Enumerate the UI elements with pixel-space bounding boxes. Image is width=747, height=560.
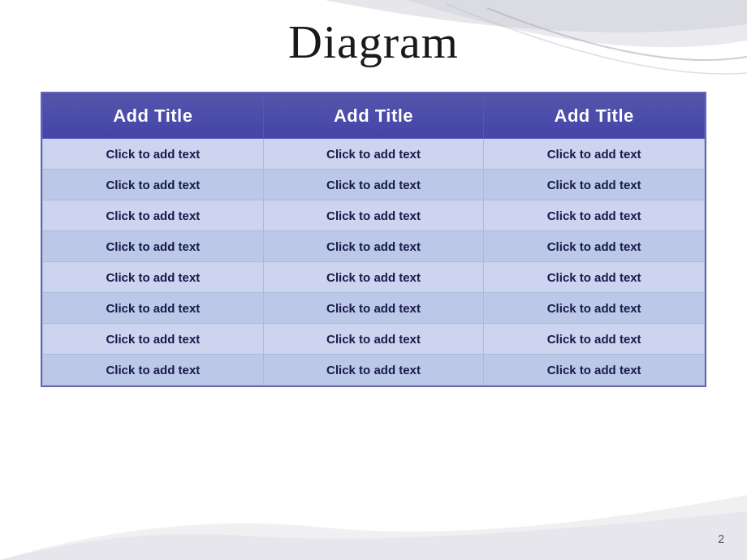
cell-0-1[interactable]: Click to add text bbox=[263, 139, 484, 170]
cell-3-2[interactable]: Click to add text bbox=[484, 231, 705, 262]
cell-6-1[interactable]: Click to add text bbox=[263, 324, 484, 355]
page-number: 2 bbox=[718, 532, 724, 545]
table-container: Add Title Add Title Add Title Click to a… bbox=[41, 92, 706, 387]
slide-title: Diagram bbox=[288, 15, 459, 69]
cell-5-2[interactable]: Click to add text bbox=[484, 293, 705, 324]
cell-4-2[interactable]: Click to add text bbox=[484, 262, 705, 293]
cell-7-2[interactable]: Click to add text bbox=[484, 355, 705, 386]
cell-1-1[interactable]: Click to add text bbox=[263, 170, 484, 200]
cell-5-1[interactable]: Click to add text bbox=[263, 293, 484, 324]
cell-2-1[interactable]: Click to add text bbox=[263, 200, 484, 231]
table-row: Click to add textClick to add textClick … bbox=[43, 293, 705, 324]
table-row: Click to add textClick to add textClick … bbox=[43, 170, 705, 200]
slide: Diagram Add Title Add Title Add Title Cl… bbox=[0, 0, 747, 560]
data-table: Add Title Add Title Add Title Click to a… bbox=[42, 93, 705, 386]
bg-decoration-bottom bbox=[0, 463, 747, 560]
cell-2-2[interactable]: Click to add text bbox=[484, 200, 705, 231]
cell-7-0[interactable]: Click to add text bbox=[43, 355, 264, 386]
slide-content: Diagram Add Title Add Title Add Title Cl… bbox=[0, 0, 747, 387]
cell-0-2[interactable]: Click to add text bbox=[484, 139, 705, 170]
cell-1-2[interactable]: Click to add text bbox=[484, 170, 705, 200]
cell-3-1[interactable]: Click to add text bbox=[263, 231, 484, 262]
cell-4-1[interactable]: Click to add text bbox=[263, 262, 484, 293]
cell-3-0[interactable]: Click to add text bbox=[43, 231, 264, 262]
table-row: Click to add textClick to add textClick … bbox=[43, 355, 705, 386]
table-row: Click to add textClick to add textClick … bbox=[43, 139, 705, 170]
table-row: Click to add textClick to add textClick … bbox=[43, 200, 705, 231]
col-header-3[interactable]: Add Title bbox=[484, 94, 705, 139]
col-header-1[interactable]: Add Title bbox=[43, 94, 264, 139]
cell-7-1[interactable]: Click to add text bbox=[263, 355, 484, 386]
cell-4-0[interactable]: Click to add text bbox=[43, 262, 264, 293]
header-row: Add Title Add Title Add Title bbox=[43, 94, 705, 139]
table-row: Click to add textClick to add textClick … bbox=[43, 324, 705, 355]
table-row: Click to add textClick to add textClick … bbox=[43, 231, 705, 262]
table-body: Click to add textClick to add textClick … bbox=[43, 139, 705, 386]
cell-5-0[interactable]: Click to add text bbox=[43, 293, 264, 324]
col-header-2[interactable]: Add Title bbox=[263, 94, 484, 139]
cell-6-0[interactable]: Click to add text bbox=[43, 324, 264, 355]
table-header: Add Title Add Title Add Title bbox=[43, 94, 705, 139]
table-row: Click to add textClick to add textClick … bbox=[43, 262, 705, 293]
cell-6-2[interactable]: Click to add text bbox=[484, 324, 705, 355]
cell-1-0[interactable]: Click to add text bbox=[43, 170, 264, 200]
cell-0-0[interactable]: Click to add text bbox=[43, 139, 264, 170]
cell-2-0[interactable]: Click to add text bbox=[43, 200, 264, 231]
